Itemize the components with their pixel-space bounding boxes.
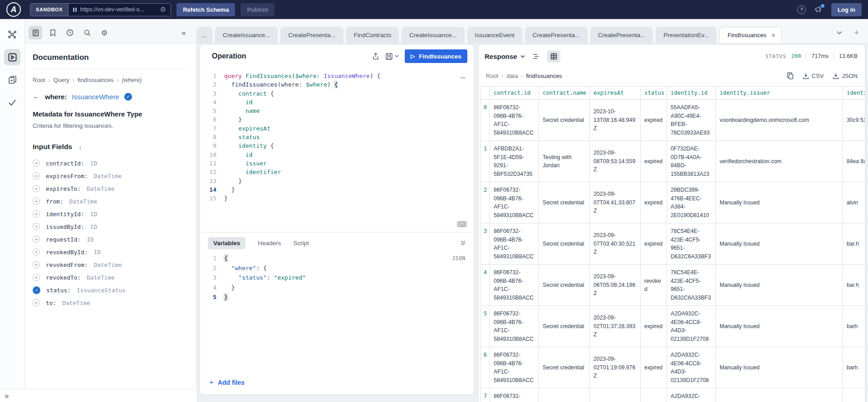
add-field-plus-icon[interactable]: + (33, 223, 40, 230)
field-name[interactable]: expiresTo (46, 185, 81, 192)
collapse-variables-icon[interactable] (460, 240, 466, 246)
table-row[interactable]: 586F06732-096B-4B76-AF1C-5849310B8ACCSec… (481, 306, 865, 347)
column-header[interactable]: identity.identifier (843, 87, 865, 100)
code-line[interactable]: 14 } (200, 185, 474, 194)
code-line[interactable]: 11 issuer (200, 159, 474, 168)
column-header[interactable]: contract.name (539, 87, 590, 100)
tab[interactable]: CreatePresenta... (280, 27, 343, 43)
code-line[interactable]: 8 status (200, 133, 474, 141)
tab-active[interactable]: FindIssuances× (719, 27, 782, 43)
search-icon[interactable] (80, 26, 94, 39)
code-line[interactable]: 3 contract { (200, 89, 474, 98)
explorer-icon[interactable] (4, 49, 20, 65)
add-field-plus-icon[interactable]: + (33, 160, 40, 167)
table-view-icon[interactable] (547, 50, 560, 63)
field-type[interactable]: ID (90, 160, 97, 167)
sandbox-badge[interactable]: SANDBOX (30, 4, 69, 16)
list-view-icon[interactable] (530, 50, 543, 63)
code-line[interactable]: 1{ (200, 253, 474, 263)
field-type[interactable]: DateTime (87, 185, 115, 192)
login-button[interactable]: Log in (831, 3, 862, 16)
publish-button[interactable]: Publish (240, 3, 275, 16)
add-field-plus-icon[interactable]: + (33, 198, 40, 205)
field-name[interactable]: revokedById (46, 249, 88, 256)
connection-settings-gear-icon[interactable]: ⚙ (160, 5, 166, 14)
more-dots-icon[interactable]: ⋯ (461, 73, 466, 82)
bookmark-icon[interactable] (46, 26, 59, 39)
tab-script[interactable]: Script (293, 240, 309, 247)
download-json-button[interactable]: JSON (833, 73, 858, 79)
endpoint-input[interactable]: https://vo-dev-verified-o... ⚙ (69, 4, 171, 16)
added-check-icon[interactable]: ✓ (124, 93, 132, 101)
column-header[interactable]: expiresAt (590, 87, 641, 100)
field-type[interactable]: DateTime (93, 262, 122, 268)
code-line[interactable]: 10 id (200, 150, 474, 159)
add-field-plus-icon[interactable]: + (33, 299, 40, 306)
close-icon[interactable]: × (771, 32, 775, 39)
table-row[interactable]: 086F06732-096B-4B76-AF1C-5849310B8ACCSec… (481, 100, 865, 141)
table-row[interactable]: 286F06732-096B-4B76-AF1C-5849310B8ACCSec… (481, 182, 865, 223)
field-type[interactable]: DateTime (69, 198, 98, 205)
table-row[interactable]: 486F06732-096B-4B76-AF1C-5849310B8ACCSec… (481, 265, 865, 306)
field-type[interactable]: ID (90, 211, 97, 218)
code-line[interactable]: 1query FindIssuances($where: IssuanceWhe… (200, 72, 474, 80)
tab[interactable]: CreateIssuance... (402, 27, 464, 43)
collapse-left-icon[interactable]: « (181, 29, 186, 37)
code-line[interactable]: 3 "status": "expired" (200, 273, 474, 283)
download-csv-button[interactable]: CSV (803, 73, 824, 79)
field-type[interactable]: ID (87, 236, 93, 243)
code-line[interactable]: 12 identifier (200, 168, 474, 176)
back-arrow-icon[interactable]: ← (33, 92, 40, 101)
add-field-plus-icon[interactable]: + (33, 185, 40, 192)
code-line[interactable]: 5} (200, 292, 474, 302)
table-row[interactable]: 786F06732-A2DA932C- (481, 388, 865, 402)
field-name[interactable]: requestId (46, 236, 81, 243)
field-name[interactable]: revokedTo (46, 274, 81, 281)
add-field-plus-icon[interactable]: + (33, 248, 40, 256)
expand-right-icon[interactable]: » (5, 392, 9, 400)
field-type[interactable]: ID (90, 223, 97, 230)
graph-icon[interactable] (4, 26, 20, 43)
book-icon[interactable] (29, 26, 42, 39)
code-line[interactable]: 9 identity { (200, 141, 474, 150)
field-name[interactable]: from (46, 198, 64, 205)
table-row[interactable]: 386F06732-096B-4B76-AF1C-5849310B8ACCSec… (481, 223, 865, 265)
tab[interactable]: PresentationEv... (656, 27, 716, 43)
field-type[interactable]: ID (93, 249, 100, 256)
table-row[interactable]: 1AFBDB2A1-5F1E-4D59-9291-5BF532D34735Tes… (481, 141, 865, 182)
tab[interactable]: FindContracts (346, 27, 399, 43)
code-line[interactable]: 2 "where": { (200, 263, 474, 273)
code-line[interactable]: 4 } (200, 283, 474, 293)
breadcrumb-findissuances[interactable]: findIssuances (78, 77, 114, 83)
tab-headers[interactable]: Headers (258, 240, 281, 247)
changelog-icon[interactable] (4, 72, 20, 88)
code-line[interactable]: 4 id (200, 98, 474, 107)
apollo-logo[interactable]: A (6, 2, 21, 17)
field-name[interactable]: expiresFrom (46, 173, 88, 179)
response-table-wrap[interactable]: contract.idcontract.nameexpiresAtstatusi… (481, 86, 865, 402)
code-line[interactable]: 7 expiresAt (200, 124, 474, 133)
variables-editor[interactable]: JSON 1{2 "where": {3 "status": "expired"… (200, 253, 474, 378)
column-header[interactable]: identity.issuer (716, 87, 843, 100)
history-icon[interactable] (63, 26, 77, 39)
field-type[interactable]: DateTime (87, 274, 115, 281)
operation-editor[interactable]: ⋯ 1query FindIssuances($where: IssuanceW… (200, 68, 474, 232)
add-field-plus-icon[interactable]: + (33, 172, 40, 179)
breadcrumb-query[interactable]: Query (53, 77, 69, 83)
response-title-dropdown[interactable]: Response (485, 53, 525, 60)
added-check-icon[interactable]: ✓ (33, 286, 40, 294)
tab[interactable]: IssuanceEvent (467, 27, 522, 43)
code-line[interactable]: 13 } (200, 177, 474, 185)
breadcrumb-root[interactable]: Root (486, 73, 498, 79)
tab-variables[interactable]: Variables (208, 237, 245, 249)
breadcrumb-root[interactable]: Root (33, 77, 45, 83)
code-line[interactable]: 2 findIssuances(where: $where) { (200, 80, 474, 89)
add-field-plus-icon[interactable]: + (33, 210, 40, 218)
down-arrow-icon[interactable]: ↓ (78, 143, 82, 151)
add-field-plus-icon[interactable]: + (33, 274, 40, 281)
checklist-icon[interactable] (4, 94, 20, 111)
save-chevron-down-icon[interactable] (395, 55, 399, 58)
tab[interactable]: CreateIssuance... (215, 27, 278, 43)
code-line[interactable]: 6 } (200, 115, 474, 124)
keyboard-icon[interactable] (456, 221, 467, 228)
